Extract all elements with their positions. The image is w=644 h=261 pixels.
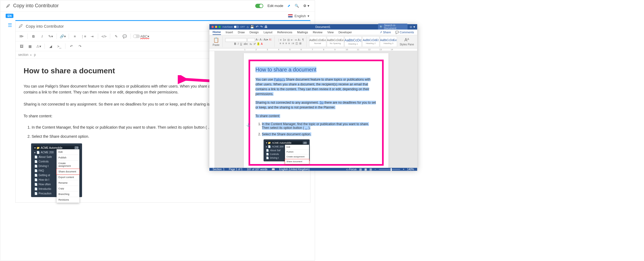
tab-design[interactable]: Design (250, 30, 259, 35)
tab-draw[interactable]: Draw (238, 30, 245, 35)
tab-layout[interactable]: Layout (264, 30, 272, 35)
unordered-list-button[interactable]: ⋮≡ (80, 33, 87, 39)
comments-button[interactable]: 💬 Comments (395, 31, 414, 34)
redo-button[interactable]: ↷ (76, 43, 84, 49)
tab-mailings[interactable]: Mailings (297, 30, 308, 35)
zoom-level[interactable]: 140% (407, 168, 414, 171)
breadcrumb-section[interactable]: section (18, 53, 28, 57)
view-print-icon[interactable]: ▤ (359, 168, 362, 171)
tab-references[interactable]: References (277, 30, 292, 35)
bullets-icon[interactable]: ⋮≡ (277, 38, 282, 41)
view-web-icon[interactable]: ▦ (364, 168, 367, 171)
share-button[interactable]: ↗ Share (380, 31, 391, 34)
uk-flag-icon (288, 14, 293, 17)
zoom-in[interactable]: + (403, 168, 405, 171)
link-button[interactable]: 🔗▾ (59, 33, 66, 39)
view-outline-icon[interactable]: ▤ (369, 168, 372, 171)
align-left-icon[interactable]: ≡ (280, 42, 281, 45)
shading-icon[interactable]: ◫ (295, 42, 298, 45)
highlight-button[interactable]: A (257, 42, 259, 45)
search-icon[interactable]: 🔍 (295, 4, 299, 8)
borders-icon[interactable]: ⊞ (299, 42, 301, 45)
undo-icon[interactable]: ↶ (256, 25, 258, 29)
tab-home[interactable]: Home (213, 30, 221, 35)
sidebar-toggle[interactable]: ☰ (5, 20, 15, 203)
word-li-1: In the Content Manager, find the topic o… (262, 122, 377, 130)
sort-icon[interactable]: A↓ (298, 38, 301, 41)
image-button[interactable]: 🖼 (18, 43, 25, 49)
sub-button[interactable]: x₂ (250, 42, 252, 45)
status-language[interactable]: English (United Kingdom) (279, 168, 309, 171)
code-button[interactable]: </> (100, 33, 108, 39)
bold-button[interactable]: B (234, 42, 236, 45)
tab-view[interactable]: View (327, 30, 334, 35)
bold-button[interactable]: B (30, 33, 37, 39)
grow-font-icon[interactable]: A↑ (256, 38, 259, 42)
ruler[interactable]: 1234567891011121314 (209, 48, 417, 51)
sup-button[interactable]: x² (254, 42, 256, 45)
heading-dropdown[interactable]: H▾ (18, 33, 25, 39)
vertical-ruler[interactable] (209, 51, 215, 168)
status-page[interactable]: Page 1 of 1 (229, 168, 242, 171)
ordered-list-button[interactable]: ≡ (71, 33, 79, 39)
clear-format-icon[interactable]: A⃠ (269, 38, 272, 42)
font-color-button[interactable]: A (261, 42, 263, 45)
warning-button[interactable]: ⚠▾ (35, 43, 42, 49)
word-search-input[interactable]: 🔍Search in Document (378, 24, 408, 30)
print-icon[interactable]: 🖶 (264, 25, 268, 29)
status-section[interactable]: Section: 1 (213, 168, 224, 171)
strike-button[interactable]: abc (244, 42, 248, 45)
terminal-button[interactable]: >_ (55, 43, 63, 49)
paste-button[interactable]: 📋Paste (212, 37, 221, 46)
zoom-slider[interactable] (379, 169, 400, 170)
multilevel-icon[interactable]: ⊟ (287, 38, 290, 41)
track-changes-toggle[interactable] (133, 34, 140, 38)
gear-icon[interactable]: ⚙ ▾ (303, 4, 309, 8)
spellcheck-button[interactable]: ABC▾ (141, 33, 149, 39)
home-icon[interactable]: ⌂ (247, 25, 249, 29)
justify-icon[interactable]: ≡ (288, 42, 290, 45)
save-icon[interactable]: 💾 (250, 25, 254, 29)
font-family-select[interactable] (225, 38, 247, 42)
underline-button[interactable]: U (240, 42, 242, 45)
zoom-out[interactable]: − (375, 168, 376, 171)
edit-button[interactable]: ✎ (112, 33, 120, 39)
tab-developer[interactable]: Developer (338, 30, 352, 35)
spacing-icon[interactable]: ↕≡ (291, 42, 294, 45)
italic-button[interactable]: I (238, 42, 239, 45)
font-size-select[interactable] (247, 38, 255, 42)
change-case-icon[interactable]: Aa▾ (264, 38, 268, 42)
eraser-button[interactable]: ◢ (47, 43, 54, 49)
mac-window-controls[interactable] (212, 26, 221, 28)
styles-gallery[interactable]: AaBbCcDdEeNormal AaBbCcDdEeNo Spacing Aa… (309, 36, 397, 47)
tab-review[interactable]: Review (313, 30, 323, 35)
table-button[interactable]: ▦ (26, 43, 34, 49)
shrink-font-icon[interactable]: A↓ (260, 38, 263, 42)
comment-button[interactable]: 💬 (121, 33, 128, 39)
breadcrumb-p[interactable]: p (34, 53, 36, 57)
undo-button[interactable]: ↶ (68, 43, 75, 49)
align-right-icon[interactable]: ≡ (286, 42, 287, 45)
feather-icon (18, 24, 23, 28)
pilcrow-icon[interactable]: ¶ (302, 38, 304, 41)
indent-button[interactable]: ⇥ (88, 33, 96, 39)
redo-icon[interactable]: ↷ (260, 25, 263, 29)
focus-mode[interactable]: ▭ Focus (346, 168, 357, 171)
feedback-icon[interactable]: ☺ ▾ (409, 25, 415, 29)
language-badge[interactable]: EN (6, 14, 13, 18)
italic-button[interactable]: I (38, 33, 46, 39)
tab-insert[interactable]: Insert (226, 30, 233, 35)
outdent-icon[interactable]: ⇤ (291, 38, 293, 41)
styles-pane-button[interactable]: AᴬStyles Pane (399, 37, 415, 46)
indent-icon[interactable]: ⇥ (294, 38, 297, 41)
autosave-toggle[interactable]: AutoSave OFF (222, 26, 245, 28)
status-spell-icon[interactable]: 📖 (272, 168, 275, 171)
status-words[interactable]: 107 of 107 words (247, 168, 268, 171)
pointer-icon[interactable]: ⬈ (287, 4, 290, 8)
word-document-area[interactable]: ⚓ How to share a document You can use Pa… (209, 51, 417, 168)
align-center-icon[interactable]: ≡ (283, 42, 284, 45)
language-selector[interactable]: English ▾ (288, 14, 309, 18)
highlight-button[interactable]: ✎▾ (47, 33, 54, 39)
numbering-icon[interactable]: 1≡ (283, 38, 286, 41)
edit-mode-toggle[interactable] (255, 4, 263, 8)
